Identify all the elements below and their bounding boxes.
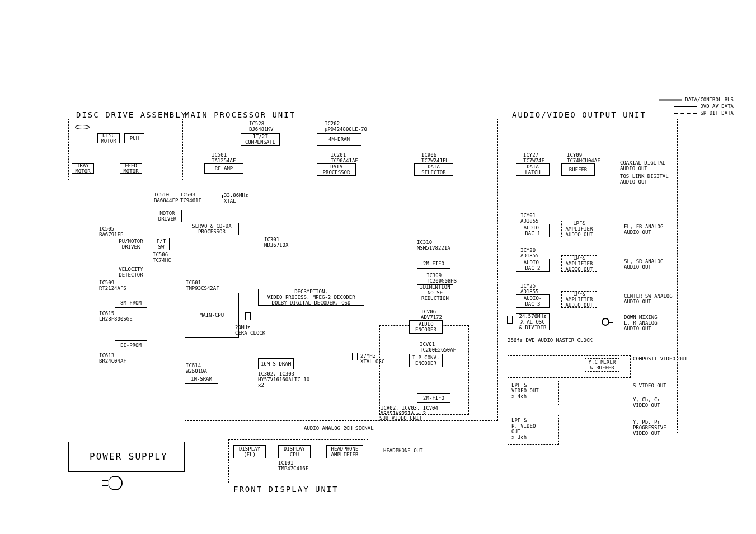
ic505-label: IC505 BA6791FP xyxy=(99,226,123,237)
legend-sp-dif: SP DIF DATA xyxy=(674,110,734,116)
ic506-label: IC506 TC74HC xyxy=(153,252,171,263)
ic101-label: IC101 TMP47C416F xyxy=(278,460,308,471)
3d-noise-reduction: 3DIMENTION NOISE REDUCTION xyxy=(417,284,453,301)
data-selector: DATA SELECTOR xyxy=(414,163,453,176)
lpf-amp-3: LPF& AMPLIFIER AUDIO OUT xyxy=(561,291,597,308)
disc-motor: DISC MOTOR xyxy=(97,133,120,143)
out-ypbpr: Y, Pb, Pr PROGRESSIVE VIDEO OUT xyxy=(633,419,666,436)
audio-2ch-label: AUDIO ANALOG 2CH SIGNAL xyxy=(304,425,374,431)
out-headphone: HEADPHONE OUT xyxy=(383,448,422,453)
legend-text: SP DIF DATA xyxy=(700,110,734,116)
master-clock-label: 256fs DVD AUDIO MASTER CLOCK xyxy=(508,338,593,343)
motor-driver: MOTOR DRIVER xyxy=(153,210,182,222)
out-sl-sr: SL, SR ANALOG AUDIO OUT xyxy=(624,259,663,270)
ic509-label: IC509 RT2124AFS xyxy=(99,280,126,291)
audio-dac-2: AUDIO- DAC 2 xyxy=(516,259,550,272)
ic302-303-label: IC302, IC303 HY57V16160ALTC-10 x2 xyxy=(258,371,309,388)
puh: PUH xyxy=(124,133,144,143)
icy27-label: ICY27 TC7W74F xyxy=(523,152,544,163)
xtal-3386-label: 33.86MHz XTAL xyxy=(224,193,248,204)
1t2t-compensate: 1T/2T COMPENSATE xyxy=(241,133,280,146)
ic615-label: IC615 LH28F800SGE xyxy=(99,311,133,322)
headphone-amplifier: HEADPHONE AMPLIFIER xyxy=(326,445,363,458)
out-toslink: TOS LINK DIGITAL AUDIO OUT xyxy=(620,174,669,185)
out-composite: COMPOSIT VIDEO OUT xyxy=(633,356,688,362)
ic301-label: IC301 MD36710X xyxy=(264,237,288,248)
audio-dac-3: AUDIO- DAC 3 xyxy=(516,294,550,308)
out-center-sw: CENTER SW ANALOG AUDIO OUT xyxy=(624,293,673,305)
xtal-3386-shape xyxy=(215,195,223,198)
ic501-label: IC501 TA1254AF xyxy=(212,152,236,163)
legend-dvd-av: DVD AV DATA xyxy=(674,104,734,109)
section-main-proc-title: MAIN PROCESSOR UNIT xyxy=(185,110,295,119)
icy01-label: ICY01 AD1855 xyxy=(520,213,539,224)
lpf-video-4ch-label: LPF & VIDEO OUT x 4ch xyxy=(511,382,539,399)
ic202-label: IC202 µPD424800LE-70 xyxy=(325,121,367,132)
xtal-24576-shape xyxy=(507,316,513,324)
2m-fifo-1: 2M-FIFO xyxy=(417,259,450,269)
lpf-pvideo-3ch-label: LPF & P. VIDEO OUT x 3ch xyxy=(511,418,536,440)
section-front-display-title: FRONT DISPLAY UNIT xyxy=(233,485,339,494)
velocity-detector: VELOCITY DETECTOR xyxy=(115,266,147,278)
feed-motor: FEED MOTOR xyxy=(120,163,142,174)
out-coaxial: COAXIAL DIGITAL AUDIO OUT xyxy=(620,160,665,171)
ic310-label: IC310 MSM51V8221A xyxy=(417,240,450,251)
ic528-label: IC528 BJ6481KV xyxy=(249,121,273,132)
icy09-label: ICY09 TC74HCU04AF xyxy=(567,152,600,163)
ip-conv-encoder: I-P CONV. ENCODER xyxy=(409,354,443,367)
yc-mixer: Y,C MIXER & BUFFER xyxy=(585,358,619,372)
audio-dac-1: AUDIO- DAC 1 xyxy=(516,224,550,237)
display-fl: DISPLAY (FL) xyxy=(233,445,266,458)
lpf-amp-2: LPF& AMPLIFIER AUDIO OUT xyxy=(561,255,597,272)
icy20-label: ICY20 AD1855 xyxy=(520,247,539,259)
legend-text: DVD AV DATA xyxy=(700,104,734,109)
servo-processor: SERVO & CD-DA PROCESSOR xyxy=(185,223,239,235)
section-power-title: POWER SUPPLY xyxy=(90,451,168,462)
disc-icon xyxy=(74,122,91,132)
icv02-04-label: ICV02, ICV03, ICV04 MSM51V8221A x 3 xyxy=(381,405,438,416)
8m-from: 8M-FROM xyxy=(115,298,147,308)
out-svideo: S VIDEO OUT xyxy=(633,383,666,388)
downmix-jack xyxy=(602,318,609,326)
tray-motor: TRAY MOTOR xyxy=(72,163,94,174)
ic906-label: IC906 TC7W241FU xyxy=(421,152,449,163)
ic510-label: IC510 BA6844FP xyxy=(154,192,178,203)
section-av-out-title: AUDIO/VIDEO OUTPUT UNIT xyxy=(512,110,646,119)
4m-dram: 4M-DRAM xyxy=(317,133,361,146)
ac-plug-icon xyxy=(108,476,123,490)
main-cpu: MAIN-CPU xyxy=(185,293,239,338)
cera-clock-label: 20MHz CERA CLOCK xyxy=(235,325,265,336)
cera-clock-shape xyxy=(245,312,251,320)
xtal-24576-block: 24.576MHz XTAL OSC & DIVIDER xyxy=(516,313,550,330)
ic503-label: IC503 TC9461F xyxy=(180,192,201,203)
legend-data-bus: DATA/CONTROL BUS xyxy=(659,97,734,102)
xtal-27m-label: 27MHz XTAL OSC xyxy=(360,353,384,364)
display-cpu: DISPLAY CPU xyxy=(278,445,311,458)
ft-sw: F/T SW xyxy=(153,238,170,250)
section-disc-drive-title: DISC DRIVE ASSEMBLY xyxy=(76,110,187,119)
ic614-label: IC614 W26010A xyxy=(186,363,207,374)
out-ycbcr: Y, Cb, Cr VIDEO OUT xyxy=(633,397,660,408)
data-processor: DATA PROCESSOR xyxy=(317,163,356,176)
ic201-label: IC201 TC90A41AF xyxy=(331,152,358,163)
16m-sdram: 16M-S-DRAM xyxy=(258,358,294,369)
buffer: BUFFER xyxy=(561,163,595,176)
pu-motor-driver: PU/MOTOR DRIVER xyxy=(115,238,147,250)
2m-fifo-2: 2M-FIFO xyxy=(417,393,450,403)
1m-sram: 1M-SRAM xyxy=(185,374,218,384)
legend-text: DATA/CONTROL BUS xyxy=(685,97,734,102)
lpf-amp-1: LPF& AMPLIFIER AUDIO OUT xyxy=(561,221,597,237)
ic309-label: IC309 TC209G08HS xyxy=(426,273,457,284)
rf-amp: RF AMP xyxy=(204,163,243,174)
out-fl-fr: FL, FR ANALOG AUDIO OUT xyxy=(624,224,663,235)
ee-prom: EE-PROM xyxy=(115,340,147,350)
ic613-label: IC613 BR24C04AF xyxy=(99,353,126,364)
icv01-label: ICV01 TC200E2650AF xyxy=(420,341,456,353)
decryption-block: DECRYPTION, VIDEO PROCESS, MPEG-2 DECODE… xyxy=(258,289,364,306)
icy25-label: ICY25 AD1855 xyxy=(520,283,539,294)
xtal-27m-shape xyxy=(352,353,358,360)
ic601-label: IC601 TMP93CS42AF xyxy=(186,280,219,291)
video-encoder: VIDEO ENCODER xyxy=(409,320,443,334)
out-down-mix: DOWN MIXING L, R ANALOG AUDIO OUT xyxy=(624,315,658,331)
icv06-label: ICV06 ADV7172 xyxy=(421,309,442,320)
